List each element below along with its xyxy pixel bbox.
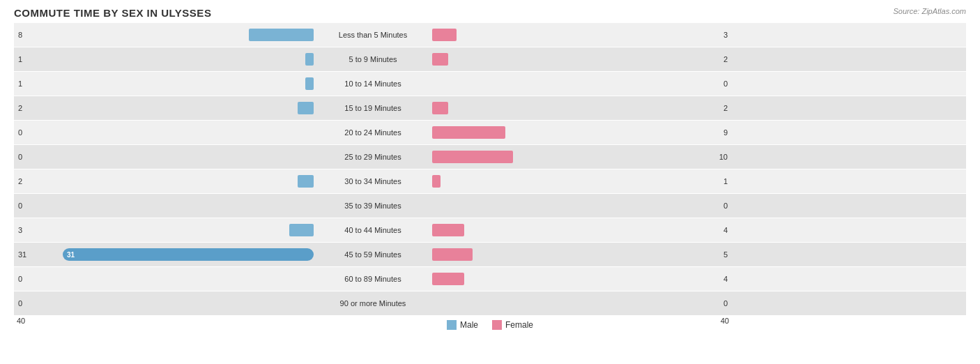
left-section: 8 <box>14 23 314 47</box>
row-label: 30 to 34 Minutes <box>314 177 432 185</box>
bar-row: 1 10 to 14 Minutes 0 <box>14 72 966 96</box>
bar-row: 3 40 to 44 Minutes 4 <box>14 218 966 242</box>
male-value-label: 2 <box>18 177 22 185</box>
bar-row: 0 60 to 89 Minutes 4 <box>14 267 966 291</box>
right-section: 2 <box>432 47 732 71</box>
chart-container: COMMUTE TIME BY SEX IN ULYSSES Source: Z… <box>0 0 980 364</box>
male-bar <box>298 102 314 114</box>
male-value-label: 0 <box>18 153 22 161</box>
male-value-label: 0 <box>18 128 22 137</box>
female-bar <box>432 175 441 188</box>
row-label: 45 to 59 Minutes <box>314 250 432 259</box>
female-bar <box>432 126 505 139</box>
left-section: 0 <box>14 267 314 291</box>
female-value-label: 10 <box>719 153 728 161</box>
bar-row: 2 30 to 34 Minutes 1 <box>14 169 966 193</box>
row-label: 90 or more Minutes <box>314 299 432 308</box>
left-axis: 40 <box>14 317 314 325</box>
male-value-label: 31 <box>18 250 26 259</box>
female-value-label: 0 <box>723 79 728 88</box>
female-value-label: 9 <box>723 128 728 137</box>
male-bar: 31 <box>63 248 314 261</box>
source-text: Source: ZipAtlas.com <box>893 7 966 15</box>
female-bar <box>432 102 448 114</box>
left-section: 0 <box>14 194 314 218</box>
left-section: 0 <box>14 121 314 144</box>
axis-center-spacer <box>314 317 432 325</box>
female-value-label: 3 <box>723 31 728 39</box>
female-value-label: 4 <box>723 275 728 283</box>
female-value-label: 1 <box>723 177 728 185</box>
male-bar <box>249 29 314 41</box>
right-section: 2 <box>432 96 732 120</box>
female-value-label: 0 <box>723 202 728 210</box>
row-label: 60 to 89 Minutes <box>314 275 432 283</box>
female-bar <box>432 224 464 236</box>
chart-area: 8 Less than 5 Minutes 3 1 5 to 9 Minutes <box>14 23 966 317</box>
female-bar <box>432 29 457 41</box>
female-value-label: 5 <box>723 250 728 259</box>
axis-right-max: 40 <box>721 317 729 325</box>
female-bar <box>432 53 448 66</box>
male-bar <box>305 77 314 90</box>
right-section: 4 <box>432 218 732 242</box>
bar-row: 31 31 45 to 59 Minutes 5 <box>14 243 966 266</box>
female-bar <box>432 273 464 285</box>
male-bar <box>289 224 314 236</box>
male-value-label: 3 <box>18 226 22 234</box>
row-label: 20 to 24 Minutes <box>314 128 432 137</box>
row-label: 15 to 19 Minutes <box>314 104 432 112</box>
bar-row: 0 90 or more Minutes 0 <box>14 291 966 315</box>
bar-row: 8 Less than 5 Minutes 3 <box>14 23 966 47</box>
male-value-label: 0 <box>18 202 22 210</box>
row-label: 40 to 44 Minutes <box>314 226 432 234</box>
bar-row: 0 20 to 24 Minutes 9 <box>14 121 966 144</box>
male-value-label: 0 <box>18 275 22 283</box>
right-section: 0 <box>432 72 732 96</box>
female-value-label: 0 <box>723 299 728 308</box>
row-label: Less than 5 Minutes <box>314 31 432 39</box>
right-section: 0 <box>432 291 732 315</box>
bar-row: 2 15 to 19 Minutes 2 <box>14 96 966 120</box>
bar-row: 0 25 to 29 Minutes 10 <box>14 145 966 169</box>
axis-left-max: 40 <box>17 317 25 325</box>
left-section: 2 <box>14 96 314 120</box>
left-section: 2 <box>14 169 314 193</box>
chart-title: COMMUTE TIME BY SEX IN ULYSSES <box>14 7 966 19</box>
male-value-label: 1 <box>18 55 22 63</box>
female-bar <box>432 248 473 261</box>
row-label: 35 to 39 Minutes <box>314 202 432 210</box>
left-section: 0 <box>14 145 314 169</box>
row-label: 25 to 29 Minutes <box>314 153 432 161</box>
left-section: 0 <box>14 291 314 315</box>
axis-row: 40 40 <box>14 317 966 325</box>
male-bar <box>298 175 314 188</box>
bar-row: 0 35 to 39 Minutes 0 <box>14 194 966 218</box>
bar-row: 1 5 to 9 Minutes 2 <box>14 47 966 71</box>
male-value-label: 1 <box>18 79 22 88</box>
male-value-label: 2 <box>18 104 22 112</box>
left-section: 31 31 <box>14 243 314 266</box>
female-value-label: 2 <box>723 104 728 112</box>
female-bar <box>432 151 513 163</box>
male-value-label: 8 <box>18 31 22 39</box>
right-section: 10 <box>432 145 732 169</box>
female-value-label: 4 <box>723 226 728 234</box>
left-section: 1 <box>14 72 314 96</box>
right-section: 5 <box>432 243 732 266</box>
row-label: 5 to 9 Minutes <box>314 55 432 63</box>
right-section: 4 <box>432 267 732 291</box>
right-section: 1 <box>432 169 732 193</box>
right-axis: 40 <box>432 317 732 325</box>
left-section: 3 <box>14 218 314 242</box>
female-value-label: 2 <box>723 55 728 63</box>
row-label: 10 to 14 Minutes <box>314 79 432 88</box>
right-section: 9 <box>432 121 732 144</box>
male-bar <box>305 53 314 66</box>
right-section: 0 <box>432 194 732 218</box>
right-section: 3 <box>432 23 732 47</box>
male-value-label: 0 <box>18 299 22 308</box>
left-section: 1 <box>14 47 314 71</box>
